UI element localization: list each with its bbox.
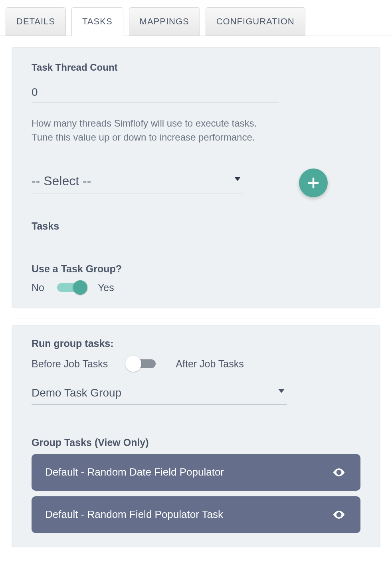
group-tasks-view-label: Group Tasks (View Only) — [32, 437, 360, 448]
thread-count-help: How many threads Simflofy will use to ex… — [32, 117, 279, 145]
group-task-item-label: Default - Random Field Populator Task — [45, 508, 223, 521]
task-select[interactable]: -- Select -- — [32, 171, 243, 194]
toggle-no-label: No — [32, 282, 44, 293]
tasks-card: Task Thread Count How many threads Simfl… — [12, 47, 380, 307]
svg-point-2 — [338, 471, 340, 473]
eye-icon — [332, 508, 346, 521]
tab-bar: DETAILS TASKS MAPPINGS CONFIGURATION — [0, 0, 392, 36]
tab-details[interactable]: DETAILS — [6, 7, 66, 36]
before-job-tasks-label: Before Job Tasks — [32, 358, 108, 370]
task-group-select[interactable]: Demo Task Group — [32, 384, 287, 405]
group-tasks-card: Run group tasks: Before Job Tasks After … — [12, 325, 380, 547]
add-task-button[interactable] — [299, 169, 328, 197]
group-task-item: Default - Random Field Populator Task — [32, 496, 360, 533]
group-task-item: Default - Random Date Field Populator — [32, 454, 360, 491]
thread-count-input[interactable] — [32, 83, 279, 103]
toggle-knob — [125, 356, 141, 372]
run-group-toggle[interactable] — [128, 359, 156, 368]
svg-point-3 — [338, 513, 340, 515]
thread-count-label: Task Thread Count — [32, 62, 360, 73]
run-group-label: Run group tasks: — [32, 338, 360, 349]
view-task-button[interactable] — [331, 507, 347, 523]
tab-tasks[interactable]: TASKS — [71, 7, 123, 36]
toggle-yes-label: Yes — [98, 282, 114, 293]
use-task-group-toggle[interactable] — [57, 283, 85, 292]
group-task-item-label: Default - Random Date Field Populator — [45, 466, 224, 478]
toggle-knob — [73, 280, 87, 295]
plus-icon — [307, 176, 320, 190]
after-job-tasks-label: After Job Tasks — [176, 358, 244, 370]
tasks-section-label: Tasks — [32, 220, 360, 232]
view-task-button[interactable] — [331, 464, 347, 480]
card-divider — [12, 319, 380, 319]
use-task-group-label: Use a Task Group? — [32, 263, 360, 275]
tab-configuration[interactable]: CONFIGURATION — [206, 7, 305, 36]
task-select-wrap: -- Select -- — [32, 171, 243, 194]
eye-icon — [332, 466, 346, 479]
tab-mappings[interactable]: MAPPINGS — [129, 7, 200, 36]
